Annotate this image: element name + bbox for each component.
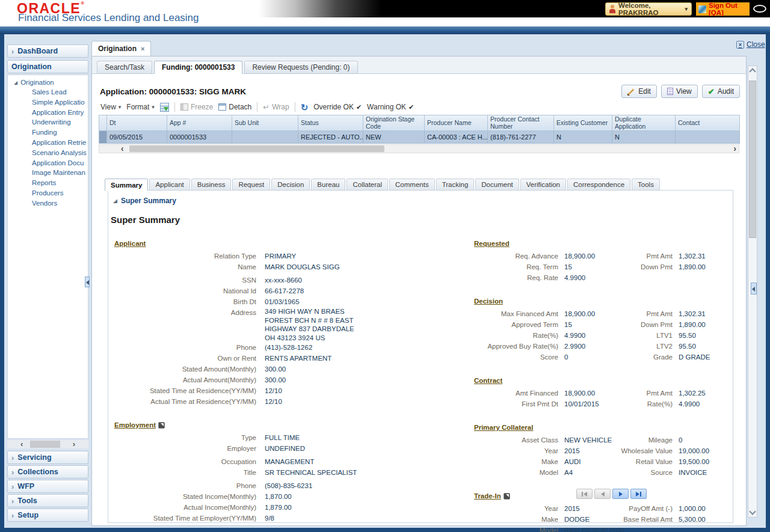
column-header-contact[interactable]: Contact	[676, 115, 740, 131]
right-collapse-handle[interactable]	[751, 283, 757, 295]
column-header-origination-stage-code[interactable]: Origination Stage Code	[363, 115, 425, 131]
tab-correspondence[interactable]: Correspondence	[567, 179, 630, 191]
wrap-button[interactable]: ↵ Wrap	[263, 103, 289, 111]
detach-button[interactable]: Detach	[218, 103, 251, 111]
audit-button[interactable]: ✔ Audit	[702, 85, 740, 98]
tab-document[interactable]: Document	[475, 179, 519, 191]
column-header-dt[interactable]: Dt	[107, 115, 167, 131]
scroll-left-icon[interactable]: ‹	[121, 144, 124, 153]
scrollbar-thumb[interactable]	[129, 145, 384, 152]
tree-item-simple-application[interactable]: Simple Applicatio	[8, 97, 88, 108]
sidebar-item-servicing[interactable]: › Servicing	[7, 451, 88, 464]
column-header-producer-contact-number[interactable]: Producer Contact Number	[488, 115, 554, 131]
grid-horizontal-scrollbar[interactable]: ‹ ›	[99, 144, 739, 153]
format-menu[interactable]: Format ▾	[126, 103, 155, 111]
tab-origination[interactable]: Origination ×	[91, 41, 151, 56]
column-header-existing-customer[interactable]: Existing Customer	[554, 115, 612, 131]
scroll-right-icon[interactable]: ›	[73, 440, 75, 448]
tree-item-image-maintenance[interactable]: Image Maintenan	[8, 168, 88, 178]
tree-item-application-entry[interactable]: Application Entry	[8, 108, 88, 118]
sidebar-item-setup[interactable]: › Setup	[7, 509, 88, 522]
tab-collateral[interactable]: Collateral	[346, 179, 388, 191]
tab-request[interactable]: Request	[232, 179, 270, 191]
tree-item-scenario-analysis[interactable]: Scenario Analysis	[8, 148, 88, 158]
field-row: Rate(%)4.9900LTV195.50	[474, 330, 729, 341]
last-page-button[interactable]	[630, 489, 647, 499]
scroll-up-icon[interactable]	[749, 68, 756, 75]
tab-close-icon[interactable]: ×	[141, 45, 144, 52]
welcome-menu-button[interactable]: Welcome, PRAKRRAO ▾	[605, 2, 692, 16]
tree-root-origination[interactable]: ◢ Origination	[8, 75, 88, 87]
next-page-button[interactable]	[612, 489, 629, 499]
employment-section-title[interactable]: Employment	[114, 421, 156, 429]
freeze-button[interactable]: Freeze	[180, 103, 213, 111]
tab-bureau[interactable]: Bureau	[311, 179, 345, 191]
column-header-duplicate-application[interactable]: Duplicate Application	[612, 115, 676, 131]
sidebar-item-dashboard[interactable]: › DashBoard	[7, 44, 88, 58]
tab-funding[interactable]: Funding: 0000001533	[154, 61, 242, 74]
applicant-section-title[interactable]: Applicant	[114, 240, 146, 247]
tab-search-task[interactable]: Search/Task	[97, 61, 152, 74]
trade-in-section-title[interactable]: Trade-In	[474, 492, 501, 500]
query-by-example-icon[interactable]	[160, 103, 169, 112]
refresh-icon[interactable]: ↻	[301, 103, 309, 112]
primary-collateral-section-title[interactable]: Primary Collateral	[474, 424, 533, 431]
sidebar-horizontal-scrollbar[interactable]: ‹ ›	[7, 440, 88, 448]
field-value: 2015	[564, 503, 609, 514]
scrollbar-thumb[interactable]	[749, 81, 756, 238]
tab-summary[interactable]: Summary	[105, 179, 148, 191]
tab-verification[interactable]: Verification	[520, 179, 566, 191]
tree-item-underwriting[interactable]: Underwriting	[8, 117, 88, 127]
scrollbar-thumb[interactable]	[30, 441, 60, 448]
close-button[interactable]: × Close	[736, 40, 765, 49]
sidebar-item-tools[interactable]: › Tools	[7, 494, 88, 507]
field-value: 12/10	[265, 385, 282, 396]
registered-mark: ®	[81, 1, 85, 6]
popout-icon[interactable]	[158, 422, 165, 429]
table-row[interactable]: 09/05/2015 0000001533 REJECTED - AUTO...…	[99, 131, 739, 144]
scroll-down-icon[interactable]	[749, 508, 756, 515]
scroll-left-icon[interactable]: ‹	[20, 440, 23, 448]
sidebar-item-origination[interactable]: Origination	[7, 60, 88, 73]
scroll-right-icon[interactable]: ›	[733, 144, 736, 153]
override-ok-checkbox[interactable]: Override OK ✔	[313, 103, 362, 111]
field-row: Approved Term15Down Pmt1,890.00	[474, 319, 729, 330]
popout-icon[interactable]	[504, 493, 510, 500]
view-button[interactable]: View	[661, 85, 698, 98]
sidebar-item-collections[interactable]: › Collections	[7, 465, 88, 478]
tree-item-application-retrieval[interactable]: Application Retrie	[8, 138, 88, 148]
sidebar-item-wfp[interactable]: › WFP	[7, 480, 88, 493]
first-page-button[interactable]	[576, 489, 593, 499]
field-row: TitleSR TECHNICAL SPECIALIST	[114, 467, 473, 478]
tab-decision[interactable]: Decision	[271, 179, 310, 191]
super-summary-region-header[interactable]: ◢ Super Summary	[113, 197, 176, 205]
column-header-sub-unit[interactable]: Sub Unit	[232, 115, 298, 131]
cell-dt: 09/05/2015	[107, 131, 167, 144]
tab-tracking[interactable]: Tracking	[436, 179, 475, 191]
checkmark-icon: ✔	[408, 103, 414, 111]
sign-out-button[interactable]: Sign Out [QA]	[696, 2, 750, 16]
tab-review-requests[interactable]: Review Requests (Pending: 0)	[244, 61, 357, 74]
tree-item-vendors[interactable]: Vendors	[8, 198, 88, 209]
requested-section-title[interactable]: Requested	[474, 240, 510, 247]
column-header-producer-name[interactable]: Producer Name	[425, 115, 488, 131]
tree-item-application-documents[interactable]: Application Docu	[8, 158, 88, 168]
tab-tools[interactable]: Tools	[632, 179, 660, 191]
tab-applicant[interactable]: Applicant	[149, 179, 189, 191]
contract-section-title[interactable]: Contract	[474, 377, 502, 384]
view-menu[interactable]: View ▾	[100, 103, 121, 111]
decision-section-title[interactable]: Decision	[474, 298, 503, 305]
tree-item-producers[interactable]: Producers	[8, 188, 88, 198]
tree-item-funding[interactable]: Funding	[8, 127, 88, 138]
tab-comments[interactable]: Comments	[389, 179, 435, 191]
previous-page-button[interactable]	[594, 489, 611, 499]
field-value: DODGE	[564, 514, 609, 525]
column-header-app-number[interactable]: App #	[167, 115, 232, 131]
column-header-status[interactable]: Status	[298, 115, 363, 131]
tab-business[interactable]: Business	[191, 179, 232, 191]
warning-ok-checkbox[interactable]: Warning OK ✔	[367, 103, 414, 111]
tree-item-reports[interactable]: Reports	[8, 178, 88, 188]
sidebar-collapse-handle[interactable]	[85, 277, 90, 287]
edit-button[interactable]: Edit	[621, 85, 657, 98]
tree-item-sales-lead[interactable]: Sales Lead	[8, 87, 88, 97]
